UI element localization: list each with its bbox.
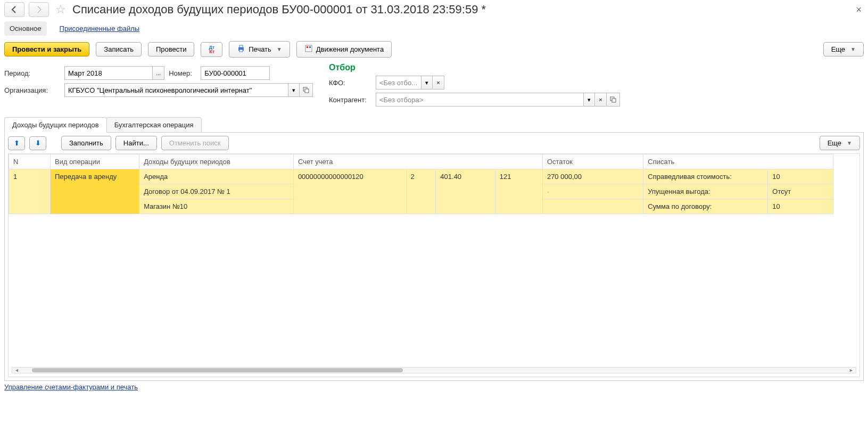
print-button[interactable]: Печать ▼ xyxy=(229,41,290,58)
cell-writeoff-2-val: Отсут xyxy=(768,184,833,199)
dtkt-icon: ДтКт xyxy=(209,45,214,54)
organization-input[interactable] xyxy=(64,83,288,97)
col-writeoff[interactable]: Списать xyxy=(643,154,833,169)
nav-forward-button[interactable] xyxy=(29,2,49,17)
cell-account-sub3: 121 xyxy=(495,169,542,214)
svg-rect-5 xyxy=(309,46,311,48)
cell-op-type: Передача в аренду xyxy=(51,169,139,214)
svg-rect-2 xyxy=(239,50,243,52)
post-button[interactable]: Провести xyxy=(148,42,195,56)
kfo-label: КФО: xyxy=(329,79,371,87)
arrow-right-icon xyxy=(35,5,43,14)
chevron-down-icon: ▼ xyxy=(847,140,852,146)
col-balance[interactable]: Остаток xyxy=(542,154,643,169)
chevron-down-icon: ▼ xyxy=(850,46,856,52)
arrow-down-icon: ⬇ xyxy=(35,139,41,147)
col-future-income[interactable]: Доходы будущих периодов xyxy=(139,154,294,169)
cell-balance-1: 270 000,00 xyxy=(542,169,643,184)
more-button-toolbar[interactable]: Еще ▼ xyxy=(823,42,864,56)
cell-income-3: Магазин №10 xyxy=(139,199,294,214)
cell-balance-3 xyxy=(542,199,643,214)
cell-account-sub2: 401.40 xyxy=(436,169,495,214)
period-label: Период: xyxy=(4,69,60,77)
cell-writeoff-3-val: 10 xyxy=(768,199,833,214)
more-button-table[interactable]: Еще ▼ xyxy=(820,136,860,150)
organization-open-button[interactable] xyxy=(300,83,313,97)
organization-label: Организация: xyxy=(4,86,60,94)
move-down-button[interactable]: ⬇ xyxy=(29,136,46,150)
number-label: Номер: xyxy=(169,69,196,77)
svg-rect-9 xyxy=(612,99,616,102)
chevron-down-icon: ▼ xyxy=(277,46,282,52)
horizontal-scrollbar[interactable] xyxy=(12,367,856,373)
cell-writeoff-1-val: 10 xyxy=(768,169,833,184)
cell-balance-2: - xyxy=(542,184,643,199)
arrow-left-icon xyxy=(10,5,19,14)
open-icon xyxy=(303,87,309,93)
cell-account-sub1: 2 xyxy=(406,169,436,214)
cell-income-2: Договор от 04.09.2017 № 1 xyxy=(139,184,294,199)
tab-accounting-operation[interactable]: Бухгалтерская операция xyxy=(106,117,202,133)
contragent-input[interactable] xyxy=(376,93,583,107)
printer-icon xyxy=(237,44,245,54)
svg-rect-1 xyxy=(239,45,243,47)
scrollbar-thumb[interactable] xyxy=(32,368,403,372)
move-up-button[interactable]: ⬆ xyxy=(8,136,25,150)
print-label: Печать xyxy=(249,45,271,53)
tab-future-incomes[interactable]: Доходы будущих периодов xyxy=(4,117,107,133)
arrow-up-icon: ⬆ xyxy=(14,139,20,147)
col-n[interactable]: N xyxy=(9,154,51,169)
organization-dropdown-button[interactable]: ▾ xyxy=(288,83,300,97)
favorite-star-icon[interactable]: ☆ xyxy=(55,3,66,17)
more-label: Еще xyxy=(828,139,841,147)
contragent-clear-button[interactable]: × xyxy=(595,93,607,107)
nav-back-button[interactable] xyxy=(4,2,24,17)
save-button[interactable]: Записать xyxy=(96,42,142,56)
invoices-management-link[interactable]: Управление счетами-фактурами и печать xyxy=(4,383,138,391)
cell-writeoff-1-label: Справедливая стоимость: xyxy=(643,169,768,184)
svg-rect-7 xyxy=(305,89,309,93)
filter-title: Отбор xyxy=(329,63,620,72)
movements-button[interactable]: Движения документа xyxy=(296,41,392,58)
cell-income-1: Аренда xyxy=(139,169,294,184)
number-input[interactable] xyxy=(201,66,270,80)
period-input[interactable] xyxy=(64,66,152,80)
close-icon[interactable]: × xyxy=(854,4,864,15)
cell-n: 1 xyxy=(9,169,51,214)
find-button[interactable]: Найти... xyxy=(115,136,157,150)
cancel-find-button[interactable]: Отменить поиск xyxy=(161,136,229,150)
svg-rect-4 xyxy=(307,46,308,48)
contragent-open-button[interactable] xyxy=(607,93,620,107)
cell-writeoff-3-label: Сумма по договору: xyxy=(643,199,768,214)
table-row[interactable]: 1 Передача в аренду Аренда 0000000000000… xyxy=(9,169,833,184)
more-label: Еще xyxy=(831,45,845,53)
contragent-label: Контрагент: xyxy=(329,96,371,104)
dtkt-button[interactable]: ДтКт xyxy=(201,42,222,57)
page-title: Списание доходов будущих периодов БУ00-0… xyxy=(72,3,849,17)
movements-label: Движения документа xyxy=(316,45,384,53)
report-icon xyxy=(304,44,313,54)
cell-account-code: 00000000000000120 xyxy=(293,169,406,214)
period-ellipsis-button[interactable]: ... xyxy=(152,66,164,80)
tab-main[interactable]: Основное xyxy=(4,21,47,36)
cell-writeoff-2-label: Упущенная выгода: xyxy=(643,184,768,199)
fill-button[interactable]: Заполнить xyxy=(61,136,111,150)
col-op-type[interactable]: Вид операции xyxy=(51,154,139,169)
open-icon xyxy=(610,96,616,103)
svg-rect-3 xyxy=(305,45,312,52)
kfo-input[interactable] xyxy=(376,76,421,89)
col-account[interactable]: Счет учета xyxy=(293,154,542,169)
post-and-close-button[interactable]: Провести и закрыть xyxy=(4,42,89,56)
kfo-clear-button[interactable]: × xyxy=(433,76,444,89)
tab-attachments[interactable]: Присоединенные файлы xyxy=(60,25,140,32)
contragent-dropdown-button[interactable]: ▾ xyxy=(583,93,595,107)
kfo-dropdown-button[interactable]: ▾ xyxy=(421,76,433,89)
